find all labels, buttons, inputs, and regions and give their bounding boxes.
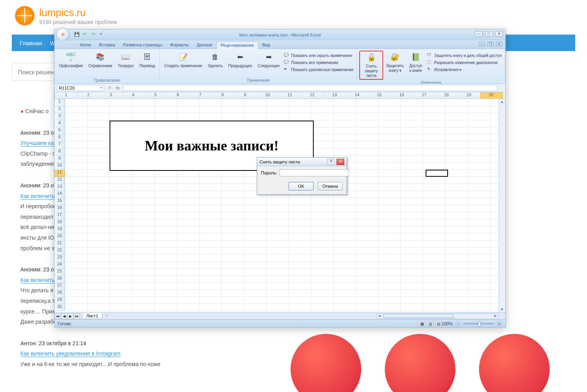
show-hide-comment[interactable]: 💬Показать или скрыть примечание: [283, 52, 354, 59]
col-header[interactable]: 16: [391, 92, 413, 99]
row-header[interactable]: 29: [55, 297, 65, 304]
doc-restore-button[interactable]: ❐: [487, 42, 494, 46]
active-cell[interactable]: [426, 170, 448, 177]
ok-button[interactable]: OK: [289, 182, 314, 191]
last-sheet-button[interactable]: ⏭: [73, 313, 80, 319]
delete-comment-button[interactable]: 🗑Удалить: [206, 51, 225, 70]
title-bar[interactable]: ⊞ 💾 ↶ ↷ ▾ Моя любимая книга.xlsx - Micro…: [55, 29, 505, 40]
row-header[interactable]: 20: [55, 233, 65, 240]
row-header[interactable]: 2: [55, 106, 65, 113]
col-header[interactable]: 17: [413, 92, 435, 99]
name-box[interactable]: R11C20▾: [57, 85, 104, 91]
row-header[interactable]: 21: [55, 240, 65, 247]
row-header[interactable]: 3: [55, 113, 65, 120]
row-header[interactable]: 7: [55, 141, 65, 148]
vertical-scrollbar[interactable]: [499, 99, 505, 312]
zoom-level[interactable]: 100%: [442, 321, 453, 326]
share-workbook-button[interactable]: 📗Доступ к книге: [407, 51, 425, 74]
spelling-button[interactable]: ABC✓Орфография: [57, 51, 85, 70]
dialog-titlebar[interactable]: Снять защиту листа ? ✕: [257, 158, 347, 166]
col-header[interactable]: 8: [212, 92, 234, 99]
col-header[interactable]: 18: [435, 92, 458, 99]
row-header[interactable]: 13: [55, 184, 65, 191]
row-header[interactable]: 6: [55, 134, 65, 141]
next-sheet-button[interactable]: ▶: [67, 313, 73, 319]
new-sheet-button[interactable]: ✧: [105, 313, 108, 319]
show-ink[interactable]: ✒Показать рукописные примечания: [283, 66, 354, 73]
tab-home[interactable]: Home: [76, 41, 95, 49]
password-input[interactable]: [280, 169, 349, 176]
tab-данные[interactable]: Данные: [193, 41, 216, 49]
translate-button[interactable]: 🈂Перевод: [137, 51, 157, 70]
col-header[interactable]: 2: [77, 92, 100, 99]
undo-icon[interactable]: ↶: [83, 32, 89, 38]
col-header[interactable]: 11: [279, 92, 301, 99]
col-header[interactable]: 15: [368, 92, 391, 99]
new-comment-button[interactable]: 📝Создать примечание: [162, 51, 204, 70]
row-header[interactable]: 15: [55, 198, 65, 205]
maximize-button[interactable]: □: [485, 31, 493, 37]
zoom-out-button[interactable]: −: [455, 321, 461, 326]
tab-вид[interactable]: Вид: [258, 41, 274, 49]
formula-input[interactable]: [123, 85, 497, 91]
sheet-tab[interactable]: Лист1: [82, 313, 102, 319]
horizontal-scrollbar[interactable]: [377, 313, 498, 319]
thesaurus-button[interactable]: 📖Тезаурус: [116, 51, 136, 70]
fx-icon[interactable]: fx: [113, 86, 123, 90]
row-header[interactable]: 5: [55, 127, 65, 134]
tab-вставка[interactable]: Вставка: [95, 41, 119, 49]
minimize-button[interactable]: —: [475, 31, 483, 37]
col-header[interactable]: 14: [346, 92, 368, 99]
col-header[interactable]: 9: [234, 92, 256, 99]
col-header[interactable]: 1: [55, 92, 77, 99]
col-header[interactable]: 12: [301, 92, 324, 99]
view-break-icon[interactable]: ▤: [435, 321, 442, 326]
save-icon[interactable]: 💾: [74, 32, 80, 38]
row-header[interactable]: 27: [55, 283, 65, 290]
row-header[interactable]: 26: [55, 276, 65, 283]
allow-ranges-button[interactable]: ⬚Разрешить изменение диапазонов: [426, 59, 503, 66]
view-layout-icon[interactable]: ▥: [427, 321, 433, 326]
row-header[interactable]: 10: [55, 163, 65, 170]
research-button[interactable]: 📚Справочники: [86, 51, 114, 70]
redo-icon[interactable]: ↷: [91, 32, 98, 38]
zoom-slider[interactable]: [463, 323, 494, 324]
row-header[interactable]: 16: [55, 205, 65, 212]
col-header[interactable]: 20: [480, 92, 503, 99]
col-header[interactable]: 5: [144, 92, 167, 99]
doc-close-button[interactable]: ✕: [496, 42, 502, 46]
row-header[interactable]: 12: [55, 177, 65, 184]
row-header[interactable]: 24: [55, 262, 65, 269]
track-changes-button[interactable]: ✎Исправления ▾: [426, 66, 503, 73]
row-header[interactable]: 18: [55, 219, 65, 226]
tab-рецензирование[interactable]: Рецензирование: [216, 41, 258, 49]
tab-формулы[interactable]: Формулы: [166, 41, 193, 49]
col-header[interactable]: 4: [122, 92, 144, 99]
nav-home[interactable]: Главная: [20, 40, 42, 46]
row-header[interactable]: 30: [55, 304, 65, 311]
doc-minimize-button[interactable]: —: [479, 42, 485, 46]
row-header[interactable]: 22: [55, 247, 65, 255]
cancel-button[interactable]: Отмена: [318, 182, 343, 191]
row-header[interactable]: 11: [55, 170, 65, 177]
row-header[interactable]: 14: [55, 191, 65, 198]
comment-link[interactable]: Как включить: [20, 193, 55, 200]
cancel-icon[interactable]: ✕: [106, 85, 113, 90]
spreadsheet-grid[interactable]: 12345678910111213141516171819202122 1234…: [55, 92, 505, 312]
comment-link[interactable]: Как включить уведомления в Instagram: [20, 350, 121, 357]
close-button[interactable]: ✕: [495, 31, 503, 37]
col-header[interactable]: 21: [503, 92, 505, 99]
prev-sheet-button[interactable]: ◀: [61, 313, 67, 319]
tab-разметка страницы[interactable]: Разметка страницы: [119, 41, 166, 49]
qat-dropdown-icon[interactable]: ▾: [100, 32, 106, 38]
row-header[interactable]: 25: [55, 269, 65, 276]
col-header[interactable]: 6: [167, 92, 189, 99]
dialog-close-button[interactable]: ✕: [336, 159, 344, 165]
site-logo[interactable]: lumpics.ru 9190 решений ваших проблем: [15, 6, 117, 26]
protect-workbook-button[interactable]: 🔐Защитить книгу ▾: [385, 51, 405, 74]
row-header[interactable]: 19: [55, 226, 65, 233]
col-header[interactable]: 7: [189, 92, 212, 99]
row-header[interactable]: 4: [55, 120, 65, 127]
row-header[interactable]: 17: [55, 212, 65, 219]
comment-link[interactable]: Улучшаем кач: [20, 140, 57, 147]
